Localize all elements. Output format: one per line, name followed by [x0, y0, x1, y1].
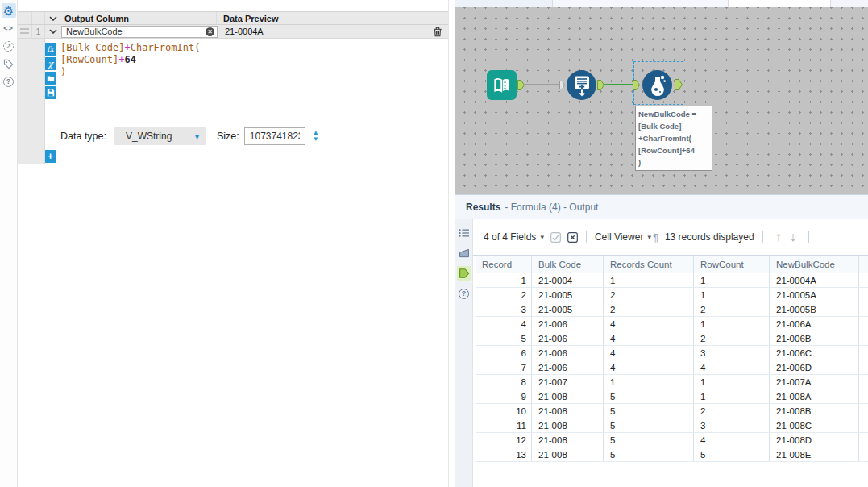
table-row[interactable]: 521-0064221-006B — [476, 331, 868, 346]
data-cell[interactable]: 4 — [604, 346, 694, 360]
column-header[interactable]: NewBulkCode — [770, 256, 859, 273]
data-cell[interactable]: 21-008 — [532, 447, 604, 461]
workflow-tab[interactable] — [729, 0, 831, 7]
data-cell[interactable]: 5 — [694, 447, 770, 461]
deselect-fields-button[interactable] — [567, 232, 578, 243]
variables-button[interactable]: χ — [45, 57, 56, 70]
record-number-cell[interactable]: 3 — [476, 302, 532, 316]
data-cell[interactable]: 21-008E — [770, 447, 859, 461]
data-cell[interactable]: 21-006C — [770, 346, 859, 360]
record-number-cell[interactable]: 13 — [476, 447, 532, 461]
data-cell[interactable]: 21-008A — [770, 389, 859, 403]
cell-viewer-dropdown[interactable]: Cell Viewer — [595, 231, 643, 243]
saved-expressions-button[interactable] — [45, 72, 56, 85]
results-help-button[interactable]: ? — [457, 286, 471, 301]
data-cell[interactable]: 21-0005B — [770, 302, 859, 316]
output-anchor[interactable] — [597, 80, 604, 90]
data-cell[interactable]: 21-0005 — [532, 302, 604, 316]
configuration-tab-icon[interactable]: ⚙ — [2, 3, 16, 18]
data-cell[interactable]: 21-008 — [532, 433, 604, 447]
data-cell[interactable]: 1 — [694, 288, 770, 302]
column-header[interactable]: Record — [476, 256, 532, 273]
table-row[interactable]: 1021-0085221-008B — [476, 404, 868, 418]
data-cell[interactable]: 21-008B — [770, 404, 859, 418]
help-tab-icon[interactable]: ? — [2, 74, 16, 89]
data-cell[interactable]: 1 — [694, 317, 770, 331]
workflow-canvas[interactable]: NewBulkCode =[Bulk Code]+CharFromInt([Ro… — [455, 7, 868, 194]
table-row[interactable]: 921-0085121-008A — [476, 389, 868, 404]
data-cell[interactable]: 21-0004 — [532, 273, 604, 287]
multi-row-formula-tool[interactable] — [567, 70, 596, 100]
data-cell[interactable]: 21-0005A — [770, 288, 859, 302]
table-row[interactable]: 1221-0085421-008D — [476, 433, 868, 447]
connection-gray[interactable] — [525, 84, 562, 85]
expression-code-editor[interactable]: [Bulk Code]+CharFromInt([RowCount]+64) — [60, 42, 439, 119]
metadata-view-button[interactable] — [457, 246, 471, 260]
panel-splitter[interactable] — [448, 0, 455, 487]
row-drag-handle[interactable] — [18, 25, 32, 38]
data-cell[interactable]: 21-007A — [770, 375, 859, 389]
data-cell[interactable]: 1 — [694, 389, 770, 403]
data-cell[interactable]: 2 — [604, 302, 694, 316]
data-cell[interactable]: 21-006A — [770, 317, 859, 331]
chevron-down-icon[interactable]: ▾ — [647, 233, 651, 241]
record-number-cell[interactable]: 7 — [476, 360, 532, 374]
column-header[interactable]: RowCount — [694, 256, 770, 273]
select-fields-button[interactable] — [550, 232, 561, 243]
data-cell[interactable]: 4 — [604, 317, 694, 331]
data-cell[interactable]: 21-006 — [532, 360, 604, 374]
messages-view-button[interactable] — [457, 226, 471, 240]
whitespace-toggle[interactable]: ¶ — [653, 231, 658, 244]
data-cell[interactable]: 4 — [694, 433, 770, 447]
connection-green[interactable] — [604, 84, 634, 85]
data-cell[interactable]: 1 — [604, 273, 694, 287]
table-row[interactable]: 421-0064121-006A — [476, 317, 868, 331]
data-cell[interactable]: 5 — [604, 404, 694, 418]
record-number-cell[interactable]: 8 — [476, 375, 532, 389]
data-cell[interactable]: 21-008 — [532, 418, 604, 432]
size-stepper[interactable]: ▲ ▼ — [308, 127, 324, 145]
column-header[interactable]: Records Count — [604, 256, 694, 273]
data-cell[interactable]: 21-008C — [770, 418, 859, 432]
output-anchor-button[interactable] — [457, 266, 471, 281]
data-cell[interactable]: 3 — [694, 418, 770, 432]
data-cell[interactable]: 5 — [604, 447, 694, 461]
record-number-cell[interactable]: 1 — [476, 273, 532, 287]
data-cell[interactable]: 21-006 — [532, 346, 604, 360]
data-cell[interactable]: 21-008 — [532, 404, 604, 418]
delete-expression-button[interactable] — [431, 27, 444, 37]
table-row[interactable]: 721-0064421-006D — [476, 360, 868, 375]
data-cell[interactable]: 21-006 — [532, 331, 604, 345]
functions-button[interactable]: fx — [45, 43, 56, 56]
data-cell[interactable]: 5 — [604, 418, 694, 432]
input-anchor[interactable] — [559, 81, 565, 89]
output-anchor[interactable] — [675, 79, 683, 90]
add-expression-button[interactable]: + — [45, 150, 56, 163]
column-header[interactable]: Bulk Code — [532, 256, 604, 273]
data-cell[interactable]: 2 — [694, 404, 770, 418]
data-cell[interactable]: 21-006D — [770, 360, 859, 374]
table-row[interactable]: 1321-0085521-008E — [476, 447, 868, 462]
table-row[interactable]: 221-00052121-0005A — [476, 288, 868, 302]
save-expression-button[interactable] — [45, 86, 56, 99]
data-cell[interactable]: 1 — [694, 375, 770, 389]
data-cell[interactable]: 21-008D — [770, 433, 859, 447]
data-cell[interactable]: 4 — [694, 360, 770, 374]
chevron-down-icon[interactable]: ▾ — [540, 233, 544, 241]
data-cell[interactable]: 2 — [604, 288, 694, 302]
tag-tab-icon[interactable] — [2, 56, 16, 71]
scroll-up-button[interactable]: ↑ — [775, 230, 782, 244]
data-cell[interactable]: 21-008 — [532, 389, 604, 403]
data-cell[interactable]: 4 — [604, 331, 694, 345]
data-cell[interactable]: 21-0004A — [770, 273, 859, 287]
record-number-cell[interactable]: 4 — [476, 317, 532, 331]
row-collapse-chevron[interactable] — [45, 25, 61, 38]
table-row[interactable]: 121-00041121-0004A — [476, 273, 868, 288]
annotation-tab-icon[interactable]: <> — [2, 21, 16, 35]
workflow-tab[interactable] — [455, 0, 553, 7]
data-cell[interactable]: 2 — [694, 331, 770, 345]
clear-field-button[interactable]: ✕ — [206, 27, 214, 36]
output-anchor[interactable] — [517, 80, 525, 90]
data-cell[interactable]: 5 — [604, 433, 694, 447]
data-cell[interactable]: 21-006B — [770, 331, 859, 345]
